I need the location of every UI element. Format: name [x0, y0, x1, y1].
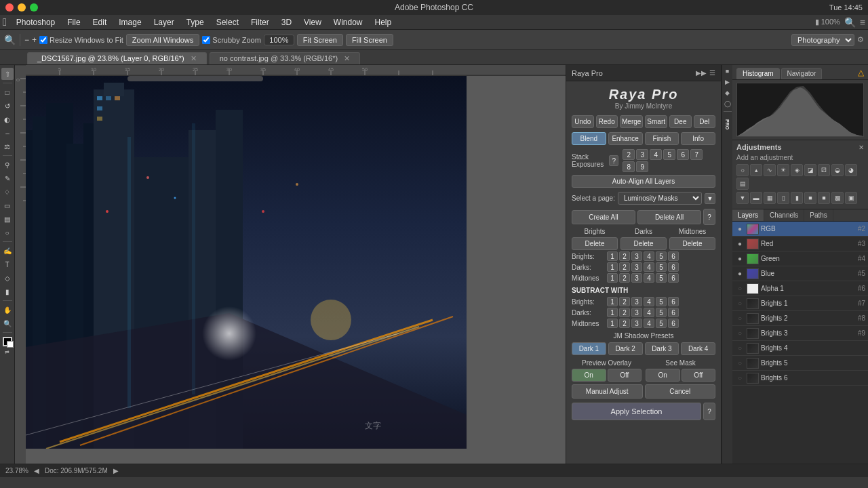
minimize-button[interactable]	[18, 3, 26, 12]
menu-edit[interactable]: Edit	[87, 16, 113, 28]
layer-eye-brights5[interactable]: ○	[735, 359, 745, 368]
sub-darks-1[interactable]: 1	[607, 308, 618, 317]
menu-window[interactable]: Window	[328, 16, 368, 28]
hand-tool[interactable]: ✋	[1, 304, 14, 316]
sub-brights-6[interactable]: 6	[668, 297, 679, 306]
workspace-select[interactable]: Photography	[791, 34, 854, 46]
menu-3d[interactable]: 3D	[276, 16, 297, 28]
tab-close-2[interactable]: ✕	[344, 54, 350, 62]
sub-darks-5[interactable]: 5	[656, 308, 667, 317]
stack-num-8[interactable]: 8	[623, 161, 635, 172]
dee-button[interactable]: Dee	[669, 115, 692, 128]
menu-view[interactable]: View	[298, 16, 327, 28]
menu-type[interactable]: Type	[181, 16, 210, 28]
darks-6[interactable]: 6	[668, 262, 679, 272]
brights-5[interactable]: 5	[656, 251, 667, 261]
layer-eye-brights6[interactable]: ○	[735, 373, 745, 383]
tab-nocontrast[interactable]: no contrast.jpg @ 33.3% (RGB/16*) ✕	[210, 52, 360, 64]
panel-icon-1[interactable]: ■	[723, 66, 732, 76]
search-tool-icon[interactable]: 🔍	[4, 35, 16, 45]
layer-brights5[interactable]: ○ Brights 5	[732, 356, 868, 371]
see-off-button[interactable]: Off	[682, 369, 716, 382]
info-tab[interactable]: Info	[681, 132, 715, 145]
scrubby-zoom-checkbox[interactable]	[202, 36, 210, 44]
menu-file[interactable]: File	[62, 16, 85, 28]
undo-button[interactable]: Undo	[572, 115, 594, 128]
maximize-button[interactable]	[30, 3, 38, 12]
panel-icon-3[interactable]: ◆	[723, 88, 732, 98]
stack-num-2[interactable]: 2	[623, 149, 635, 160]
scrubby-zoom-label[interactable]: Scrubby Zoom	[202, 36, 261, 44]
sub-midtones-4[interactable]: 4	[644, 319, 654, 328]
layer-green[interactable]: ● Green #4	[732, 251, 868, 266]
color-balance-icon[interactable]: ⚂	[818, 164, 830, 176]
stack-num-4[interactable]: 4	[650, 149, 662, 160]
pen-tool[interactable]: ✍	[1, 245, 14, 257]
layer-rgb[interactable]: ● RGB #2	[732, 222, 868, 237]
close-button[interactable]	[5, 3, 14, 12]
darks-2[interactable]: 2	[619, 262, 630, 272]
exposure-icon[interactable]: ☀	[777, 164, 789, 176]
midtones-6[interactable]: 6	[668, 273, 679, 283]
dark1-button[interactable]: Dark 1	[572, 342, 606, 355]
canvas-area[interactable]: 0 5 10 15	[15, 65, 566, 464]
layer-red[interactable]: ● Red #3	[732, 237, 868, 251]
zoom-display[interactable]: 100%	[264, 35, 294, 45]
eyedropper-tool[interactable]: ⚖	[1, 140, 14, 152]
sub-midtones-1[interactable]: 1	[607, 319, 618, 328]
sub-darks-4[interactable]: 4	[644, 308, 654, 317]
layer-eye-alpha1[interactable]: ○	[735, 284, 745, 293]
gradient-map-icon[interactable]: ▮	[791, 192, 803, 204]
cancel-button[interactable]: Cancel	[645, 384, 716, 399]
darks-3[interactable]: 3	[631, 262, 642, 272]
dark3-button[interactable]: Dark 3	[645, 342, 679, 355]
shape-tool[interactable]: ▮	[1, 285, 14, 298]
stack-help-btn[interactable]: ?	[609, 155, 618, 166]
midtones-3[interactable]: 3	[631, 273, 642, 283]
zoom-minus-icon[interactable]: −	[24, 35, 29, 45]
menu-filter[interactable]: Filter	[245, 16, 275, 28]
layer-brights4[interactable]: ○ Brights 4	[732, 341, 868, 356]
midtones-5[interactable]: 5	[656, 273, 667, 283]
layer-blue[interactable]: ● Blue #5	[732, 266, 868, 281]
status-next[interactable]: ▶	[113, 467, 119, 474]
notification-icon[interactable]: ≡	[860, 17, 865, 28]
delete-midtones-button[interactable]: Delete	[669, 237, 715, 250]
channels-tab[interactable]: Channels	[764, 209, 804, 221]
layers-tab[interactable]: Layers	[732, 209, 764, 221]
resize-windows-label[interactable]: Resize Windows to Fit	[39, 36, 123, 44]
layer-eye-brights1[interactable]: ○	[735, 299, 745, 308]
posterize-icon[interactable]: ▦	[764, 192, 776, 204]
layer-eye-brights3[interactable]: ○	[735, 329, 745, 338]
layer-eye-red[interactable]: ●	[735, 239, 745, 249]
brights-6[interactable]: 6	[668, 251, 679, 261]
bw-icon[interactable]: ◒	[831, 164, 844, 176]
sub-midtones-3[interactable]: 3	[631, 319, 642, 328]
midtones-4[interactable]: 4	[644, 273, 654, 283]
finish-tab[interactable]: Finish	[645, 132, 679, 145]
stack-num-7[interactable]: 7	[690, 149, 703, 160]
darks-1[interactable]: 1	[607, 262, 618, 272]
sub-darks-6[interactable]: 6	[668, 308, 679, 317]
raya-menu-icon[interactable]: ☰	[709, 69, 715, 77]
layer-alpha1[interactable]: ○ Alpha 1 #6	[732, 281, 868, 296]
blend-tab[interactable]: Blend	[572, 132, 606, 145]
gradient-fill-icon[interactable]: ▩	[831, 192, 844, 204]
zoom-all-button[interactable]: Zoom All Windows	[126, 34, 199, 46]
auto-align-button[interactable]: Auto-Align All Layers	[572, 175, 715, 188]
swap-colors[interactable]: ⇄	[5, 349, 9, 355]
menu-layer[interactable]: Layer	[149, 16, 180, 28]
traffic-lights[interactable]	[5, 3, 38, 12]
channel-mixer-icon[interactable]: ▤	[736, 178, 749, 190]
panel-icon-2[interactable]: ▶	[723, 77, 732, 87]
apply-selection-button[interactable]: Apply Selection	[572, 403, 701, 420]
menu-select[interactable]: Select	[211, 16, 244, 28]
path-tool[interactable]: ◇	[1, 272, 14, 284]
paths-tab[interactable]: Paths	[804, 209, 833, 221]
marquee-tool[interactable]: □	[1, 86, 14, 98]
masks-help-btn[interactable]: ?	[703, 209, 715, 225]
delete-brights-button[interactable]: Delete	[572, 237, 618, 250]
midtones-2[interactable]: 2	[619, 273, 630, 283]
solid-color-icon[interactable]: ■	[818, 192, 830, 204]
page-select-dropdown[interactable]: Luminosity Masks	[618, 192, 702, 205]
